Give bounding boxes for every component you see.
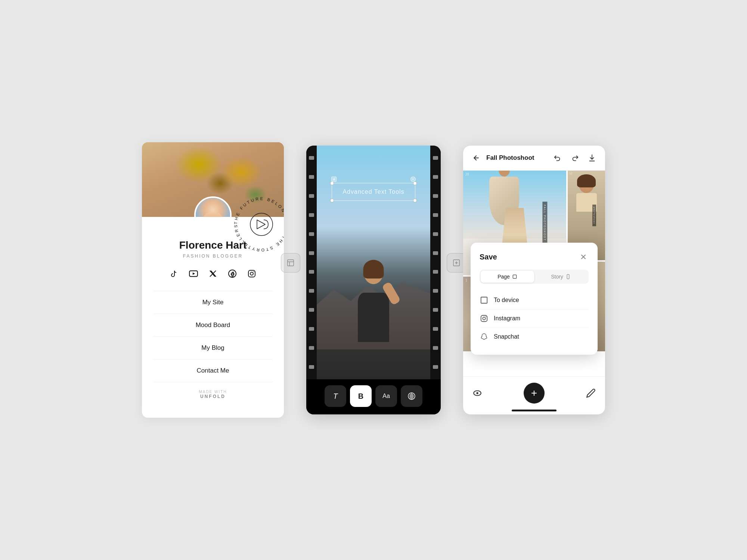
nav-links: My Site Mood Board My Blog Contact Me <box>153 291 273 382</box>
svg-rect-9 <box>288 260 294 266</box>
perf-hole <box>309 156 314 160</box>
film-editor-wrapper: ⊞ × Advanced Text Tools <box>306 146 441 414</box>
avatar-image <box>196 198 230 217</box>
perf-hole <box>309 232 314 236</box>
perf-hole <box>309 327 314 331</box>
resize-icon[interactable]: ⊞ <box>331 177 337 182</box>
perf-hole <box>309 194 314 198</box>
film-perforations-right <box>430 146 441 379</box>
tiktok-icon[interactable] <box>168 268 180 280</box>
add-button[interactable]: + <box>524 383 545 404</box>
perf-hole <box>309 346 314 350</box>
close-handle[interactable]: × <box>410 177 416 182</box>
avatar <box>194 196 232 217</box>
svg-point-16 <box>486 316 486 317</box>
made-with-brand: UNFOLD <box>161 394 265 399</box>
perf-hole <box>433 289 438 293</box>
svg-point-15 <box>483 317 485 320</box>
nav-my-site[interactable]: My Site <box>153 291 273 314</box>
modal-title: Save <box>480 253 497 261</box>
text-opacity-button[interactable] <box>401 385 422 407</box>
text-selection-box[interactable]: ⊞ × Advanced Text Tools <box>332 183 415 201</box>
svg-rect-14 <box>481 315 487 322</box>
perf-hole <box>433 308 438 312</box>
selection-handle-br[interactable] <box>413 199 417 202</box>
save-to-device[interactable]: To device <box>480 291 589 309</box>
profile-card: THE FUTURE BELONGS TO THE STORYTELLERS F… <box>142 142 284 418</box>
download-button[interactable] <box>586 152 598 164</box>
perf-hole <box>433 251 438 255</box>
nav-contact-me[interactable]: Contact Me <box>153 359 273 382</box>
device-label: To device <box>494 297 519 304</box>
circular-stamp: THE FUTURE BELONGS TO THE STORYTELLERS <box>228 191 284 258</box>
instagram-icon[interactable] <box>246 268 258 280</box>
facebook-icon[interactable] <box>226 268 238 280</box>
tab-page[interactable]: Page <box>481 271 534 283</box>
twitter-icon[interactable] <box>207 268 219 280</box>
svg-marker-3 <box>193 273 195 275</box>
made-with-section: MADE WITH UNFOLD <box>153 382 273 407</box>
youtube-icon[interactable] <box>187 268 199 280</box>
text-font-button[interactable]: Aa <box>375 385 397 407</box>
text-bold-button[interactable]: B <box>350 385 372 407</box>
nav-mood-board[interactable]: Mood Board <box>153 314 273 336</box>
redo-button[interactable] <box>569 152 580 164</box>
photoshoot-title: Fall Photoshoot <box>486 154 534 162</box>
ps-header: Fall Photoshoot <box>463 146 605 171</box>
svg-point-18 <box>476 392 478 394</box>
ps-header-right <box>552 152 598 164</box>
perf-hole <box>433 346 438 350</box>
save-modal: Save Page Story To device <box>471 243 598 355</box>
photoshoot-panel: Fall Photoshoot <box>463 146 605 414</box>
made-with-label: MADE WITH <box>161 390 265 394</box>
selection-handle-bl[interactable] <box>330 199 334 202</box>
perf-hole <box>309 251 314 255</box>
perf-hole <box>433 213 438 217</box>
social-icons-row <box>153 268 273 280</box>
perf-hole <box>433 232 438 236</box>
film-editor: ⊞ × Advanced Text Tools <box>306 146 441 414</box>
ps-bottom-bar: + <box>463 376 605 410</box>
selection-handle-tr[interactable] <box>413 181 417 185</box>
film-label-2: phoToshoot <box>592 205 596 226</box>
pen-icon[interactable] <box>584 386 598 400</box>
selection-handle-tl[interactable] <box>330 181 334 185</box>
snapchat-icon <box>480 332 489 341</box>
svg-point-7 <box>254 271 254 272</box>
modal-header: Save <box>480 252 589 262</box>
film-number-1: 20 <box>465 173 469 176</box>
instagram-label: Instagram <box>494 315 520 322</box>
snapchat-label: Snapchat <box>494 333 519 340</box>
tab-story[interactable]: Story <box>534 271 588 283</box>
perf-hole <box>433 365 438 369</box>
perf-hole <box>433 270 438 274</box>
text-box-content: Advanced Text Tools <box>342 189 404 195</box>
home-indicator <box>512 410 557 411</box>
perf-hole <box>309 365 314 369</box>
text-style-button[interactable]: T <box>325 385 346 407</box>
perf-hole <box>309 308 314 312</box>
svg-rect-11 <box>513 275 516 278</box>
svg-rect-13 <box>481 297 487 304</box>
film-perforations-left <box>306 146 317 379</box>
perf-hole <box>433 327 438 331</box>
svg-point-6 <box>250 272 253 275</box>
film-label-1: FALL PHOTOSHOOT <box>543 202 548 244</box>
eye-icon[interactable] <box>471 386 484 400</box>
perf-hole <box>309 175 314 179</box>
nav-my-blog[interactable]: My Blog <box>153 336 273 359</box>
text-toolbar: T B Aa <box>306 379 441 414</box>
svg-rect-5 <box>248 270 255 277</box>
modal-tabs: Page Story <box>480 270 589 284</box>
perf-hole <box>309 289 314 293</box>
perf-hole <box>309 213 314 217</box>
modal-close-button[interactable] <box>578 252 589 262</box>
perf-hole <box>433 194 438 198</box>
save-to-instagram[interactable]: Instagram <box>480 309 589 327</box>
film-number-2: 1 <box>465 279 467 282</box>
save-to-snapchat[interactable]: Snapchat <box>480 327 589 346</box>
perf-hole <box>309 270 314 274</box>
back-button[interactable] <box>471 152 482 164</box>
undo-button[interactable] <box>552 152 563 164</box>
film-number-3: 12 <box>569 172 572 175</box>
